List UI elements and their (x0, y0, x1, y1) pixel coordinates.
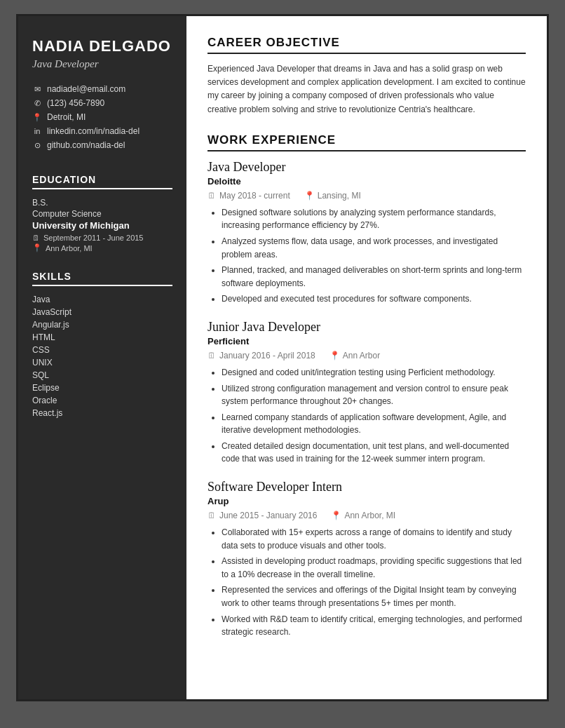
company-name: Perficient (207, 336, 526, 346)
job-0: Java Developer Deloitte 🗓 May 2018 - cur… (207, 160, 526, 306)
skill-item: Java (32, 295, 172, 304)
skill-item: Angular.js (32, 320, 172, 330)
edu-school: University of Michigan (32, 220, 172, 231)
pin-icon: 📍 (32, 243, 42, 252)
bullet-item: Represented the services and offerings o… (222, 584, 526, 609)
edu-field: Computer Science (32, 209, 172, 219)
contact-list: ✉nadiadel@email.com✆(123) 456-7890📍Detro… (32, 84, 172, 154)
bullet-item: Designed software solutions by analyzing… (222, 206, 526, 232)
skill-item: Eclipse (32, 383, 172, 393)
bullet-item: Collaborated with 15+ experts across a r… (222, 526, 526, 552)
company-name: Arup (207, 496, 526, 506)
contact-phone: ✆(123) 456-7890 (32, 98, 172, 108)
jobs-container: Java Developer Deloitte 🗓 May 2018 - cur… (207, 160, 526, 639)
skill-item: SQL (32, 370, 172, 380)
skills-heading: SKILLS (32, 271, 172, 286)
career-objective-heading: CAREER OBJECTIVE (207, 36, 526, 54)
job-title: Software Developer Intern (207, 480, 526, 494)
contact-linkedin: inlinkedin.com/in/nadia-del (32, 126, 172, 136)
job-bullets: Designed software solutions by analyzing… (207, 206, 526, 306)
skills-list: JavaJavaScriptAngular.jsHTMLCSSUNIXSQLEc… (32, 295, 172, 418)
bullet-item: Planned, tracked, and managed deliverabl… (222, 264, 526, 290)
contact-location: 📍Detroit, MI (32, 112, 172, 122)
career-objective-text: Experienced Java Developer that dreams i… (207, 62, 526, 116)
job-bullets: Designed and coded unit/integration test… (207, 366, 526, 466)
pin-icon: 📍 (331, 511, 341, 520)
edu-location: 📍 Ann Arbor, MI (32, 243, 172, 252)
bullet-item: Learned company standards of application… (222, 411, 526, 437)
bullet-item: Utilized strong configuration management… (222, 382, 526, 408)
job-dates: 🗓 June 2015 - January 2016 (207, 511, 317, 520)
job-dates: 🗓 January 2016 - April 2018 (207, 351, 315, 360)
job-meta: 🗓 June 2015 - January 2016 📍 Ann Arbor, … (207, 511, 526, 520)
job-bullets: Collaborated with 15+ experts across a r… (207, 526, 526, 639)
job-dates: 🗓 May 2018 - current (207, 191, 290, 201)
job-location: 📍 Ann Arbor, MI (331, 511, 395, 520)
location-icon: 📍 (32, 113, 42, 122)
skill-item: CSS (32, 345, 172, 355)
bullet-item: Created detailed design documentation, u… (222, 440, 526, 466)
bullet-item: Assisted in developing product roadmaps,… (222, 555, 526, 581)
bullet-item: Developed and executed test procedures f… (222, 292, 526, 306)
skill-item: React.js (32, 408, 172, 418)
candidate-name: NADIA DELGADO (32, 37, 172, 55)
job-location: 📍 Lansing, MI (304, 191, 361, 201)
bullet-item: Designed and coded unit/integration test… (222, 366, 526, 379)
calendar-icon: 🗓 (207, 191, 216, 201)
pin-icon: 📍 (329, 351, 340, 360)
resume-container: NADIA DELGADO Java Developer ✉nadiadel@e… (16, 14, 549, 701)
sidebar: NADIA DELGADO Java Developer ✉nadiadel@e… (18, 16, 186, 699)
calendar-icon: 🗓 (207, 511, 216, 520)
contact-email: ✉nadiadel@email.com (32, 84, 172, 94)
work-experience-heading: WORK EXPERIENCE (207, 133, 526, 151)
linkedin-icon: in (32, 127, 42, 135)
phone-icon: ✆ (32, 99, 42, 108)
job-location: 📍 Ann Arbor (329, 351, 380, 360)
skill-item: HTML (32, 332, 172, 342)
job-title: Junior Java Developer (207, 320, 526, 335)
job-meta: 🗓 May 2018 - current 📍 Lansing, MI (207, 191, 526, 201)
skill-item: Oracle (32, 396, 172, 405)
edu-dates: 🗓 September 2011 - June 2015 (32, 234, 172, 242)
job-title: Java Developer (207, 160, 526, 175)
company-name: Deloitte (207, 176, 526, 187)
edu-degree: B.S. (32, 198, 172, 208)
contact-github: ⊙github.com/nadia-del (32, 140, 172, 150)
job-1: Junior Java Developer Perficient 🗓 Janua… (207, 320, 526, 466)
skill-item: JavaScript (32, 307, 172, 317)
pin-icon: 📍 (304, 191, 315, 201)
bullet-item: Analyzed systems flow, data usage, and w… (222, 235, 526, 261)
calendar-icon: 🗓 (32, 234, 40, 242)
bullet-item: Worked with R&D team to identify critica… (222, 613, 526, 639)
skills-section: SKILLS JavaJavaScriptAngular.jsHTMLCSSUN… (32, 271, 172, 421)
email-icon: ✉ (32, 85, 42, 94)
calendar-icon: 🗓 (207, 351, 216, 360)
job-meta: 🗓 January 2016 - April 2018 📍 Ann Arbor (207, 351, 526, 360)
skill-item: UNIX (32, 358, 172, 368)
main-content: CAREER OBJECTIVE Experienced Java Develo… (186, 16, 547, 699)
github-icon: ⊙ (32, 141, 42, 150)
job-2: Software Developer Intern Arup 🗓 June 20… (207, 480, 526, 639)
candidate-title: Java Developer (32, 58, 172, 70)
education-heading: EDUCATION (32, 174, 172, 189)
